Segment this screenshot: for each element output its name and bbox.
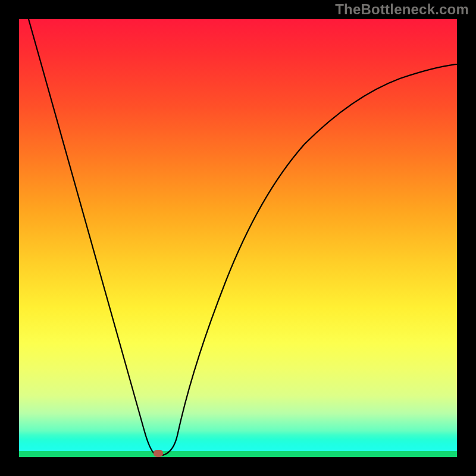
bottleneck-curve — [29, 19, 457, 456]
watermark-text: TheBottleneck.com — [335, 1, 469, 18]
min-marker — [154, 450, 163, 457]
curve-svg — [19, 19, 457, 457]
chart-frame: TheBottleneck.com — [0, 0, 476, 476]
